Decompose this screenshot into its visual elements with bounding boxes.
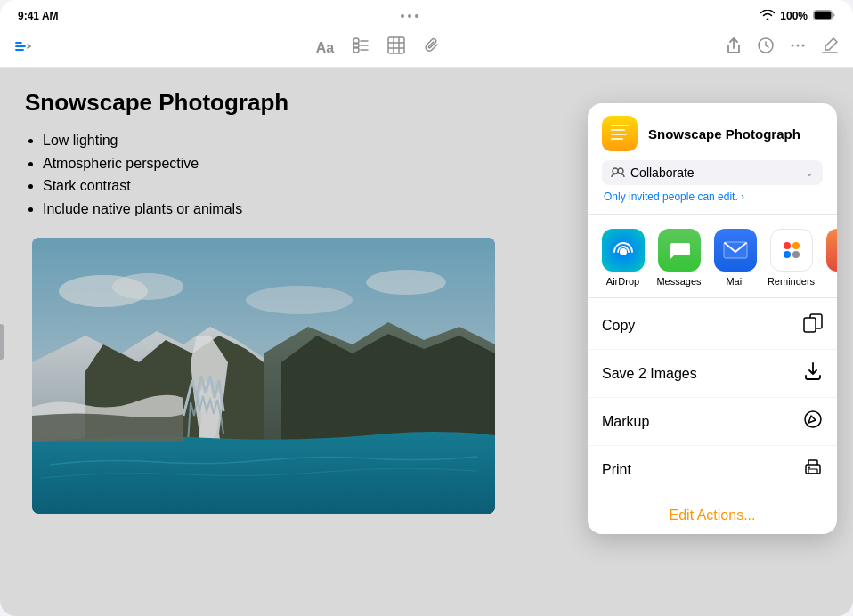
note-app-icon xyxy=(602,116,638,151)
svg-point-14 xyxy=(791,45,793,47)
mail-label: Mail xyxy=(726,276,743,287)
ipad-frame: 9:41 AM 100% xyxy=(0,0,853,616)
table-icon[interactable] xyxy=(387,36,405,59)
dot3 xyxy=(415,14,418,18)
edit-actions-button[interactable]: Edit Actions... xyxy=(670,507,756,523)
app-icons-row: AirDrop Messages xyxy=(588,215,837,298)
save-images-icon xyxy=(803,361,823,385)
markup-action-label: Markup xyxy=(602,414,649,430)
more-share-button[interactable]: Fr... xyxy=(823,229,837,287)
share-sheet: Snowscape Photograph Collaborate ⌄ xyxy=(588,103,837,534)
note-line-1 xyxy=(611,125,629,126)
messages-share-button[interactable]: Messages xyxy=(654,229,703,287)
svg-rect-29 xyxy=(804,318,816,332)
print-action[interactable]: Print xyxy=(588,446,837,493)
save-images-action[interactable]: Save 2 Images xyxy=(588,350,837,398)
mail-share-button[interactable]: Mail xyxy=(711,229,760,287)
share-icon[interactable] xyxy=(725,36,743,59)
copy-label: Copy xyxy=(602,318,635,334)
only-invited-label: Only invited people can edit. xyxy=(604,190,738,203)
note-line-2 xyxy=(611,129,625,131)
edit-actions-row: Edit Actions... xyxy=(588,497,837,534)
svg-point-15 xyxy=(796,45,799,47)
reminders-dots xyxy=(780,239,803,262)
compose-icon[interactable] xyxy=(821,36,839,59)
reminders-label: Reminders xyxy=(768,276,815,287)
note-line-4 xyxy=(611,138,623,140)
wifi-icon xyxy=(760,10,775,23)
reminders-share-button[interactable]: Reminders xyxy=(767,229,816,287)
svg-point-24 xyxy=(618,168,623,174)
svg-point-30 xyxy=(805,411,821,427)
status-time: 9:41 AM xyxy=(18,10,59,22)
attachment-icon[interactable] xyxy=(423,36,441,59)
svg-point-23 xyxy=(613,168,618,174)
airdrop-share-button[interactable]: AirDrop xyxy=(598,229,647,287)
dot-blue xyxy=(784,251,791,258)
note-line-3 xyxy=(611,134,627,135)
print-icon xyxy=(803,458,823,482)
toolbar-left xyxy=(14,37,32,58)
toolbar: Aa xyxy=(0,28,853,68)
collaborate-label: Collaborate xyxy=(630,166,800,180)
svg-point-16 xyxy=(801,45,804,47)
markup-action-icon xyxy=(803,409,823,434)
note-icon-lines xyxy=(607,121,632,146)
mail-icon xyxy=(714,229,757,272)
dot-red xyxy=(784,242,791,249)
action-list: Copy Save 2 Images xyxy=(588,298,837,497)
svg-rect-8 xyxy=(388,37,404,53)
share-sheet-header: Snowscape Photograph Collaborate ⌄ xyxy=(588,103,837,215)
only-invited-link[interactable]: › xyxy=(741,190,744,203)
copy-icon xyxy=(803,313,823,337)
share-title-row: Snowscape Photograph xyxy=(602,116,823,151)
toolbar-center: Aa xyxy=(316,36,441,59)
dot2 xyxy=(408,14,411,18)
collapse-icon[interactable] xyxy=(14,37,32,58)
status-center-dots xyxy=(401,14,418,18)
battery-percent: 100% xyxy=(780,10,808,22)
svg-rect-1 xyxy=(815,11,832,19)
share-note-title: Snowscape Photograph xyxy=(648,126,800,142)
only-invited-text: Only invited people can edit. › xyxy=(602,190,823,203)
collaborate-icon xyxy=(611,166,625,180)
dot-orange xyxy=(792,242,800,249)
markup-action[interactable]: Markup xyxy=(588,398,837,446)
save-images-label: Save 2 Images xyxy=(602,366,697,382)
copy-action[interactable]: Copy xyxy=(588,302,837,350)
airdrop-icon xyxy=(602,229,645,272)
collaborate-row[interactable]: Collaborate ⌄ xyxy=(602,160,823,185)
status-right: 100% xyxy=(760,10,835,23)
reminders-icon xyxy=(770,229,813,272)
collaborate-chevron-icon: ⌄ xyxy=(805,166,814,179)
dot1 xyxy=(401,14,404,18)
markup-toolbar-icon[interactable] xyxy=(757,36,775,59)
messages-icon xyxy=(658,229,701,272)
main-content: Snowscape Photograph Low lighting Atmosp… xyxy=(0,68,853,616)
messages-label: Messages xyxy=(656,276,701,287)
status-bar: 9:41 AM 100% xyxy=(0,0,853,28)
more-options-icon[interactable] xyxy=(789,36,807,59)
dot-gray xyxy=(792,251,800,258)
more-apps-icon xyxy=(826,229,838,272)
format-text-icon[interactable]: Aa xyxy=(316,40,334,56)
battery-icon xyxy=(813,10,835,23)
checklist-icon[interactable] xyxy=(352,36,370,59)
svg-point-33 xyxy=(808,467,810,469)
airdrop-label: AirDrop xyxy=(606,276,639,287)
toolbar-right xyxy=(725,36,839,59)
print-label: Print xyxy=(602,462,631,478)
